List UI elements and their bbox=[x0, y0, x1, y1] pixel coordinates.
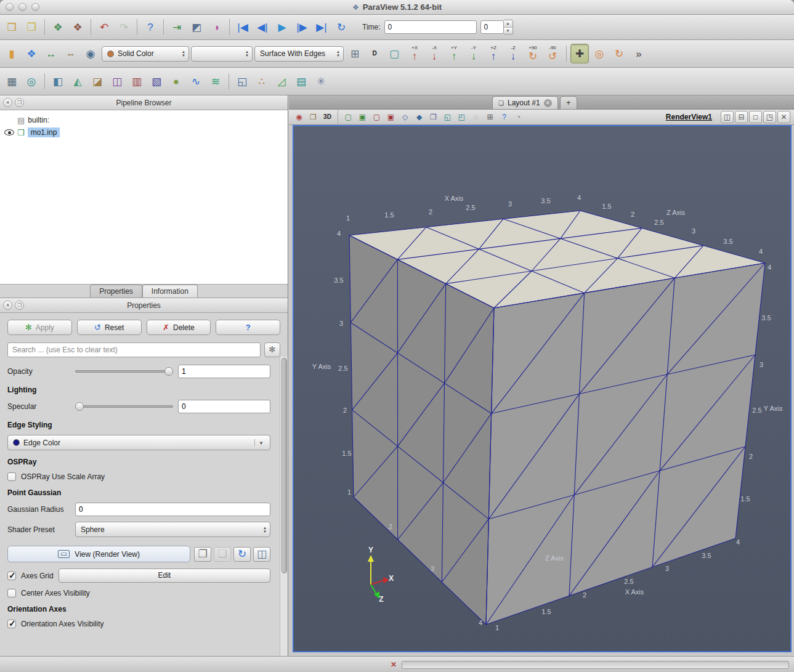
rotate-90-counterclockwise-button[interactable]: -90↺ bbox=[543, 44, 562, 63]
shader-preset-dropdown[interactable]: Sphere ▲▼ bbox=[75, 522, 270, 537]
render-viewport[interactable]: 11.522.533.54X Axis1.52Z Axis2.533.5443.… bbox=[294, 126, 790, 651]
detach-view-button[interactable]: ◳ bbox=[763, 111, 776, 123]
selection-help-button[interactable]: ? bbox=[498, 111, 511, 123]
abort-progress-button[interactable]: ✕ bbox=[389, 660, 399, 670]
edge-color-dropdown[interactable]: Edge Color ▼ bbox=[7, 435, 270, 450]
frame-step-up-button[interactable]: ▲ bbox=[504, 20, 512, 27]
time-input[interactable] bbox=[384, 20, 477, 34]
close-properties-panel-button[interactable]: ✕ bbox=[3, 301, 12, 310]
toggle-2d-3d-mode-button[interactable]: 3D bbox=[321, 111, 334, 123]
save-view-defaults-button[interactable]: ◫ bbox=[253, 547, 270, 562]
toggle-data-axes-button[interactable]: D bbox=[365, 44, 384, 63]
close-layout-icon[interactable]: ✕ bbox=[544, 99, 552, 107]
toolbar-overflow-button[interactable]: » bbox=[630, 44, 648, 63]
help-button[interactable]: ? bbox=[141, 17, 160, 37]
glyph-filter-button[interactable]: ● bbox=[167, 71, 185, 91]
select-block-button[interactable]: ❐ bbox=[427, 111, 440, 123]
extract-selection-button[interactable]: ◎ bbox=[22, 71, 41, 91]
stream-tracer-button[interactable]: ∿ bbox=[187, 71, 205, 91]
maximize-view-button[interactable]: □ bbox=[749, 111, 762, 123]
axes-grid-edit-button[interactable]: Edit bbox=[59, 569, 270, 583]
select-cells-polygon-button[interactable]: ◇ bbox=[399, 111, 411, 123]
vcr-previous-frame-button[interactable]: ◀| bbox=[253, 17, 272, 37]
color-map-editor-button[interactable]: ◑ bbox=[207, 17, 225, 37]
tab-information[interactable]: Information bbox=[142, 285, 198, 298]
set-view-minus-y-button[interactable]: -Y↓ bbox=[464, 44, 483, 63]
zoom-window-button[interactable] bbox=[31, 3, 39, 11]
delete-button[interactable]: ✗ Delete bbox=[147, 320, 211, 335]
edit-color-map-button[interactable]: ❖ bbox=[22, 44, 41, 63]
reset-button[interactable]: ↺ Reset bbox=[77, 320, 142, 335]
copy-view-settings-button[interactable]: ❐ bbox=[194, 547, 211, 562]
undock-pipeline-panel-button[interactable]: ❐ bbox=[15, 98, 24, 107]
hover-cells-button[interactable]: ◌ bbox=[469, 111, 482, 123]
zoom-to-box-button[interactable]: ⊞ bbox=[484, 111, 496, 123]
opacity-slider[interactable] bbox=[75, 366, 173, 376]
toggle-selection-visibility-button[interactable]: ▢ bbox=[385, 44, 403, 63]
vcr-next-frame-button[interactable]: |▶ bbox=[293, 17, 311, 37]
reload-view-defaults-button[interactable]: ↻ bbox=[233, 547, 251, 562]
specular-slider-handle[interactable] bbox=[75, 402, 84, 411]
split-horizontal-button[interactable]: ◫ bbox=[721, 111, 734, 123]
set-view-minus-z-button[interactable]: -Z↓ bbox=[504, 44, 522, 63]
gaussian-radius-input[interactable] bbox=[75, 503, 270, 516]
ospray-scale-array-checkbox[interactable] bbox=[7, 472, 16, 481]
rescale-to-visible-range-button[interactable]: ◉ bbox=[81, 44, 100, 63]
select-points-polygon-button[interactable]: ◆ bbox=[413, 111, 426, 123]
load-state-button[interactable]: ⇥ bbox=[168, 17, 186, 37]
save-data-button[interactable]: ❐ bbox=[22, 17, 41, 37]
undo-button[interactable]: ↶ bbox=[95, 17, 113, 37]
spreadsheet-view-button[interactable]: ▦ bbox=[2, 71, 21, 91]
clip-button[interactable]: ◪ bbox=[88, 71, 107, 91]
set-view-plus-x-button[interactable]: +X↑ bbox=[405, 44, 424, 63]
vcr-first-frame-button[interactable]: |◀ bbox=[233, 17, 252, 37]
show-orientation-axes-button[interactable]: ◉ bbox=[293, 111, 306, 123]
split-vertical-button[interactable]: ⊟ bbox=[735, 111, 748, 123]
render-view[interactable]: 11.522.533.54X Axis1.52Z Axis2.533.5443.… bbox=[293, 125, 792, 652]
visibility-eye-icon[interactable] bbox=[4, 129, 14, 136]
specular-input[interactable] bbox=[178, 400, 270, 413]
vcr-loop-button[interactable]: ↻ bbox=[332, 17, 350, 37]
pipeline-item-builtin[interactable]: ▤ builtin: bbox=[0, 114, 288, 126]
capture-screenshot-button[interactable]: ❒ bbox=[307, 111, 320, 123]
threshold-button[interactable]: ▥ bbox=[128, 71, 146, 91]
opacity-slider-handle[interactable] bbox=[164, 367, 173, 376]
gear-icon[interactable]: ✻ bbox=[264, 342, 280, 357]
vcr-play-button[interactable]: ▶ bbox=[273, 17, 291, 37]
extract-subset-button[interactable]: ▧ bbox=[147, 71, 166, 91]
close-pipeline-panel-button[interactable]: ✕ bbox=[3, 98, 12, 107]
edit-color-legend-properties-button[interactable]: ⊞ bbox=[346, 44, 364, 63]
toggle-color-legend-button[interactable]: ▮ bbox=[2, 44, 21, 63]
disconnect-server-button[interactable]: ❖ bbox=[68, 17, 87, 37]
properties-scrollbar[interactable] bbox=[280, 357, 288, 656]
search-input[interactable] bbox=[7, 342, 261, 357]
close-window-button[interactable] bbox=[6, 3, 14, 11]
reset-center-button[interactable]: ↻ bbox=[610, 44, 628, 63]
select-points-on-surface-button[interactable]: ▣ bbox=[356, 111, 369, 123]
plot-over-line-button[interactable]: ◿ bbox=[272, 71, 291, 91]
set-view-plus-y-button[interactable]: +Y↑ bbox=[445, 44, 463, 63]
vcr-last-frame-button[interactable]: ▶| bbox=[312, 17, 331, 37]
frame-step-down-button[interactable]: ▼ bbox=[504, 27, 512, 34]
temporal-interpolator-button[interactable]: ✳ bbox=[312, 71, 330, 91]
calculator-button[interactable]: ◧ bbox=[49, 71, 67, 91]
paste-view-settings-button[interactable]: ❏ bbox=[214, 547, 231, 562]
contour-button[interactable]: ◭ bbox=[68, 71, 87, 91]
add-layout-tab[interactable]: + bbox=[560, 96, 577, 109]
undock-properties-panel-button[interactable]: ❐ bbox=[15, 301, 24, 310]
pipeline-item-mo1-inp[interactable]: ❒ mo1.inp bbox=[0, 126, 288, 139]
orientation-axes-checkbox[interactable] bbox=[7, 620, 16, 628]
frame-input[interactable] bbox=[480, 20, 504, 34]
select-points-through-button[interactable]: ▣ bbox=[384, 111, 397, 123]
color-by-dropdown[interactable]: Solid Color ▲▼ bbox=[102, 46, 189, 62]
scrollbar-thumb[interactable] bbox=[282, 358, 287, 573]
rescale-to-data-range-button[interactable]: ↔ bbox=[42, 44, 60, 63]
center-axes-checkbox[interactable] bbox=[7, 589, 16, 597]
select-cells-through-button[interactable]: ▢ bbox=[370, 111, 383, 123]
quartile-chart-button[interactable]: ▤ bbox=[292, 71, 310, 91]
rescale-to-custom-range-button[interactable]: ⇔ bbox=[62, 44, 80, 63]
interactive-select-points-button[interactable]: ◰ bbox=[455, 111, 468, 123]
connect-server-button[interactable]: ❖ bbox=[49, 17, 67, 37]
slice-button[interactable]: ◫ bbox=[108, 71, 126, 91]
component-dropdown[interactable]: ▲▼ bbox=[191, 46, 253, 62]
